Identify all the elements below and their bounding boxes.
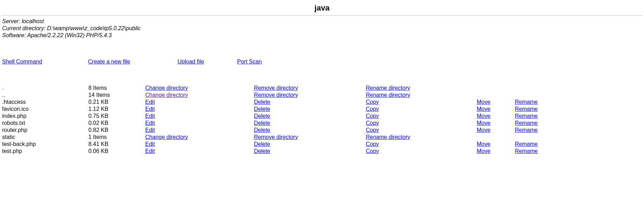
shell-command-link[interactable]: Shell Command [2, 59, 42, 65]
action-cell [477, 92, 515, 99]
remove-directory-link[interactable]: Remove directory [254, 85, 298, 91]
software-value: Apache/2.2.22 (Win32) PHP/5.4.3 [27, 32, 112, 38]
move-link[interactable]: Move [477, 113, 490, 119]
file-size: 1 Items [88, 134, 145, 141]
move-link[interactable]: Move [477, 141, 490, 147]
move-link[interactable]: Move [477, 99, 490, 105]
action-cell: Copy [366, 113, 477, 120]
top-divider [1, 15, 643, 16]
create-file-link[interactable]: Create a new file [88, 59, 130, 65]
rename-link[interactable]: Remame [515, 127, 538, 133]
action-cell: Move [477, 120, 515, 127]
table-row: .htaccess0.21 KBEditDeleteCopyMoveRemame [0, 99, 644, 106]
action-cell: Move [477, 113, 515, 120]
action-cell: Rename directory [366, 134, 477, 141]
file-size: 8.41 KB [88, 141, 145, 148]
change-directory-link[interactable]: Change directory [145, 85, 188, 91]
change-directory-link[interactable]: Change directory [145, 92, 188, 98]
copy-link[interactable]: Copy [366, 106, 379, 112]
rename-link[interactable]: Remame [515, 106, 538, 112]
copy-link[interactable]: Copy [366, 113, 379, 119]
action-cell: Edit [145, 127, 254, 134]
file-size: 1.12 KB [88, 106, 145, 113]
file-size: 8 Items [88, 85, 145, 92]
edit-link[interactable]: Edit [145, 141, 155, 147]
port-scan-link[interactable]: Port Scan [237, 59, 262, 65]
rename-link[interactable]: Remame [515, 148, 538, 154]
action-cell: Remame [515, 106, 644, 113]
action-cell: Delete [254, 113, 366, 120]
change-directory-link[interactable]: Change directory [145, 134, 188, 140]
file-name: router.php [0, 127, 88, 134]
move-link[interactable]: Move [477, 106, 490, 112]
action-cell: Move [477, 141, 515, 148]
move-link[interactable]: Move [477, 120, 490, 126]
file-size: 0.21 KB [88, 99, 145, 106]
table-row: index.php0.75 KBEditDeleteCopyMoveRemame [0, 113, 644, 120]
copy-link[interactable]: Copy [366, 141, 379, 147]
table-row: test.php0.06 KBEditDeleteCopyMoveRemame [0, 148, 644, 155]
file-name: .. [0, 92, 88, 99]
file-size: 0.75 KB [88, 113, 145, 120]
action-cell: Edit [145, 113, 254, 120]
rename-link[interactable]: Remame [515, 113, 538, 119]
action-cell: Remame [515, 148, 644, 155]
copy-link[interactable]: Copy [366, 127, 379, 133]
action-cell: Delete [254, 106, 366, 113]
delete-link[interactable]: Delete [254, 120, 270, 126]
edit-link[interactable]: Edit [145, 113, 155, 119]
edit-link[interactable]: Edit [145, 120, 155, 126]
file-name: . [0, 85, 88, 92]
remove-directory-link[interactable]: Remove directory [254, 92, 298, 98]
file-name: index.php [0, 113, 88, 120]
rename-link[interactable]: Remame [515, 141, 538, 147]
action-cell: Edit [145, 141, 254, 148]
table-row: ..14 ItemsChange directoryRemove directo… [0, 92, 644, 99]
action-cell: Remame [515, 141, 644, 148]
file-name: .htaccess [0, 99, 88, 106]
cwd-line: Current directory: D:\wamp\www\z_code\tp… [2, 25, 642, 32]
action-cell: Remove directory [254, 85, 366, 92]
edit-link[interactable]: Edit [145, 127, 155, 133]
toolbar: Shell Command Create a new file Upload f… [0, 59, 644, 65]
server-label: Server: [2, 18, 20, 24]
server-value: localhost [22, 18, 44, 24]
delete-link[interactable]: Delete [254, 99, 270, 105]
file-size: 0.06 KB [88, 148, 145, 155]
action-cell [477, 134, 515, 141]
delete-link[interactable]: Delete [254, 141, 270, 147]
action-cell: Copy [366, 141, 477, 148]
rename-link[interactable]: Remame [515, 99, 538, 105]
action-cell: Remame [515, 99, 644, 106]
copy-link[interactable]: Copy [366, 148, 379, 154]
action-cell: Remame [515, 113, 644, 120]
delete-link[interactable]: Delete [254, 148, 270, 154]
rename-link[interactable]: Remame [515, 120, 538, 126]
remove-directory-link[interactable]: Remove directory [254, 134, 298, 140]
upload-file-link[interactable]: Upload file [177, 59, 204, 65]
page-title: java [0, 4, 644, 13]
delete-link[interactable]: Delete [254, 106, 270, 112]
delete-link[interactable]: Delete [254, 113, 270, 119]
edit-link[interactable]: Edit [145, 106, 155, 112]
action-cell: Edit [145, 148, 254, 155]
copy-link[interactable]: Copy [366, 120, 379, 126]
table-row: static1 ItemsChange directoryRemove dire… [0, 134, 644, 141]
edit-link[interactable]: Edit [145, 99, 155, 105]
action-cell: Delete [254, 99, 366, 106]
table-row: favicon.ico1.12 KBEditDeleteCopyMoveRema… [0, 106, 644, 113]
file-name: test-back.php [0, 141, 88, 148]
action-cell: Delete [254, 141, 366, 148]
rename-directory-link[interactable]: Rename directory [366, 85, 410, 91]
edit-link[interactable]: Edit [145, 148, 155, 154]
file-name: robots.txt [0, 120, 88, 127]
file-name: favicon.ico [0, 106, 88, 113]
rename-directory-link[interactable]: Rename directory [366, 92, 410, 98]
software-line: Software: Apache/2.2.22 (Win32) PHP/5.4.… [2, 32, 642, 39]
move-link[interactable]: Move [477, 148, 490, 154]
delete-link[interactable]: Delete [254, 127, 270, 133]
copy-link[interactable]: Copy [366, 99, 379, 105]
rename-directory-link[interactable]: Rename directory [366, 134, 410, 140]
move-link[interactable]: Move [477, 127, 490, 133]
action-cell: Move [477, 99, 515, 106]
